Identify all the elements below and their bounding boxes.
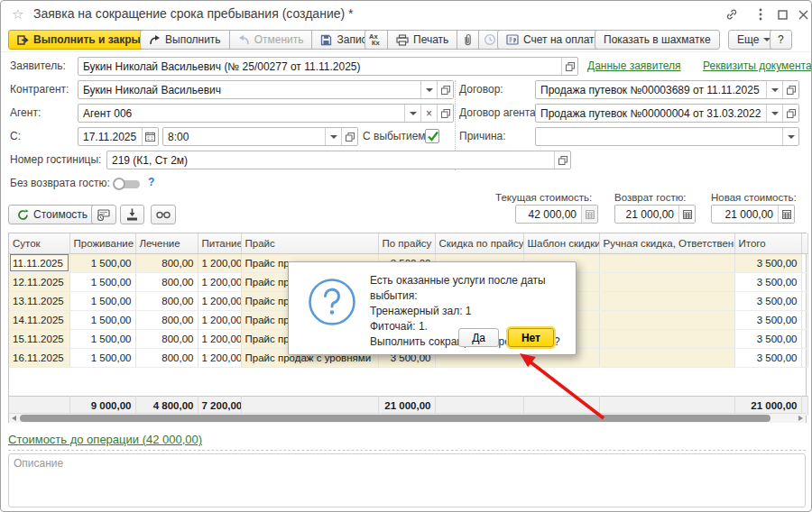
column-header[interactable]: Итого [734,233,801,253]
show-chessboard-button[interactable]: Показать в шахматке [595,30,720,50]
column-header[interactable]: Прайс [241,233,378,253]
maximize-icon[interactable] [775,8,789,21]
cell-lodging[interactable]: 1 500,00 [69,272,135,291]
cell-meals[interactable]: 1 200,00 [198,272,241,291]
cell-treatment[interactable]: 800,00 [135,272,198,291]
cell-manual[interactable] [599,329,734,348]
cell-date[interactable]: 12.11.2025 [9,272,69,291]
scrollbar-thumb[interactable] [20,415,770,422]
cell-date[interactable]: 13.11.2025 [9,291,69,310]
scroll-left-icon[interactable] [12,416,16,421]
open-icon[interactable] [437,105,453,122]
cell-total[interactable]: 3 500,00 [734,348,801,367]
cell-total[interactable]: 3 500,00 [734,291,801,310]
cell-lodging[interactable]: 1 500,00 [69,291,135,310]
cell-lodging[interactable]: 1 500,00 [69,329,135,348]
cell-date[interactable]: 15.11.2025 [9,329,69,348]
open-icon[interactable] [782,105,798,122]
column-header[interactable]: Суток [9,233,69,253]
applicant-field[interactable]: Букин Николай Васильевич (№ 25/00277 от … [78,57,578,76]
open-icon[interactable] [437,81,453,98]
calculator-icon[interactable] [778,206,794,223]
column-header[interactable]: Лечение [135,233,198,253]
new-cost-field[interactable]: 21 000,00 [711,205,795,224]
more-window-menu-icon[interactable] [753,8,768,21]
calculator-icon[interactable] [678,206,695,223]
agent-contract-field[interactable]: Продажа путевок №00000004 от 31.03.2022 [535,104,799,123]
cell-meals[interactable]: 1 200,00 [198,291,241,310]
refund-field[interactable]: 21 000,00 [614,205,696,224]
invoice-button[interactable]: Счет на оплату [497,30,609,50]
cell-meals[interactable]: 1 200,00 [198,310,241,329]
cell-meals[interactable]: 1 200,00 [198,329,241,348]
description-input[interactable]: Описание [8,453,806,507]
cell-manual[interactable] [599,310,734,329]
agent-field[interactable]: Агент 006 × [78,104,454,123]
fiscal-receipt-button[interactable] [91,205,116,224]
column-header[interactable]: Скидка по прайсу [435,233,523,253]
no-button[interactable]: Нет [508,328,554,347]
contract-field[interactable]: Продажа путевок №00003689 от 11.11.2025 [535,80,799,99]
cell-treatment[interactable]: 800,00 [135,253,198,272]
cell-treatment[interactable]: 800,00 [135,310,198,329]
cell-treatment[interactable]: 800,00 [135,329,198,348]
from-date-field[interactable]: 17.11.2025 [78,127,159,146]
execute-button[interactable]: Выполнить [140,30,230,50]
cell-date[interactable]: 16.11.2025 [9,348,69,367]
reason-field[interactable] [535,127,799,146]
codes-names-button[interactable]: AхКх [364,30,388,50]
no-refund-toggle[interactable] [113,178,141,190]
column-header[interactable]: Питание [198,233,241,253]
execute-and-close-button[interactable]: Выполнить и закрыть [8,30,161,50]
cell-lodging[interactable]: 1 500,00 [69,348,135,367]
column-header[interactable]: По прайсу [378,233,435,253]
chevron-down-icon[interactable] [325,128,341,145]
cell-treatment[interactable]: 800,00 [135,348,198,367]
recalc-cost-button[interactable]: Стоимость [8,205,97,224]
view-details-button[interactable] [151,205,176,224]
chevron-down-icon[interactable] [766,81,782,98]
load-services-button[interactable] [120,205,144,224]
with-departure-checkbox[interactable] [425,129,439,143]
attachments-button[interactable] [457,30,479,50]
scroll-right-icon[interactable] [798,416,803,421]
column-header[interactable]: Ручная скидка, Ответственный [599,233,734,253]
cancel-button[interactable]: Отменить [229,30,313,50]
copy-link-icon[interactable] [724,8,739,21]
cell-manual[interactable] [599,348,734,367]
from-time-field[interactable]: 8:00 [162,127,358,146]
counterparty-field[interactable]: Букин Николай Васильевич [78,80,454,99]
chevron-down-icon[interactable] [766,105,782,122]
cell-total[interactable]: 3 500,00 [734,253,801,272]
favorite-star-icon[interactable]: ☆ [12,6,23,23]
current-cost-field[interactable]: 42 000,00 [515,205,598,224]
horizontal-scrollbar[interactable] [9,413,806,423]
open-icon[interactable] [341,128,357,145]
column-header[interactable] [801,233,807,253]
open-icon[interactable] [554,151,570,169]
cell-meals[interactable]: 1 200,00 [198,348,241,367]
applicant-data-link[interactable]: Данные заявителя [587,59,681,72]
cell-total[interactable]: 3 500,00 [734,272,801,291]
cell-lodging[interactable]: 1 500,00 [69,310,135,329]
print-button[interactable]: Печать [387,30,457,50]
calendar-icon[interactable] [142,128,158,145]
cell-date[interactable]: 14.11.2025 [9,310,69,329]
open-icon[interactable] [561,58,577,75]
close-icon[interactable] [796,8,810,21]
cell-meals[interactable]: 1 200,00 [198,253,241,272]
cell-total[interactable]: 3 500,00 [734,329,801,348]
chevron-down-icon[interactable] [420,81,437,98]
chevron-down-icon[interactable] [782,128,798,145]
yes-button[interactable]: Да [458,328,499,347]
column-header[interactable]: Шаблон скидки [523,233,599,253]
cell-date[interactable]: 11.11.2025 [9,253,69,272]
room-field[interactable]: 219 (К1, Ст 2м) [106,151,571,169]
cell-lodging[interactable]: 1 500,00 [69,253,135,272]
help-button[interactable]: ? [770,30,792,50]
cell-treatment[interactable]: 800,00 [135,291,198,310]
column-header[interactable]: Проживание [69,233,135,253]
chevron-down-icon[interactable] [404,105,420,122]
cell-total[interactable]: 3 500,00 [734,310,801,329]
cell-manual[interactable] [599,253,734,272]
